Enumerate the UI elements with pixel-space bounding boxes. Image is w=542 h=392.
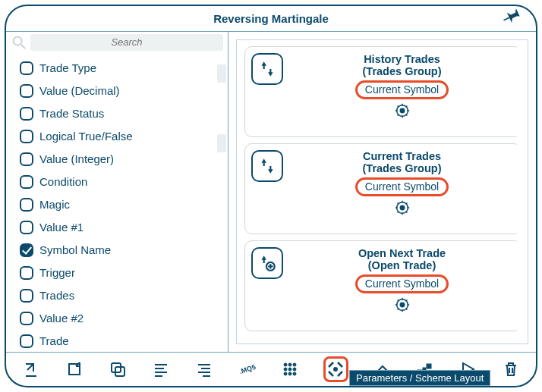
scrollbar-thumb[interactable] — [217, 134, 226, 152]
filter-option[interactable]: Magic — [20, 193, 225, 216]
filter-label: Trade Status — [39, 107, 104, 120]
grid-icon[interactable] — [280, 359, 301, 380]
gear-icon[interactable] — [394, 102, 411, 119]
filter-label: Condition — [39, 175, 87, 188]
align-right-icon[interactable] — [194, 359, 214, 380]
filter-label: Logical True/False — [39, 130, 133, 143]
arrows-icon[interactable] — [251, 53, 283, 85]
sidebar: Trade TypeValue (Decimal)Trade StatusLog… — [6, 32, 228, 352]
align-left-icon[interactable] — [151, 359, 172, 380]
filter-option[interactable]: Symbol Name — [20, 239, 225, 262]
checkbox-icon[interactable] — [20, 334, 33, 348]
filter-label: Trade — [39, 334, 69, 347]
toolbar: .MQ5Parameters / Scheme Layout — [6, 353, 536, 386]
current-symbol-pill[interactable]: Current Symbol — [355, 80, 449, 99]
svg-line-1 — [21, 45, 26, 49]
filter-option[interactable]: Trade Type — [20, 57, 225, 80]
svg-point-10 — [400, 303, 405, 307]
node-title: Open Next Trade — [358, 247, 446, 259]
svg-point-27 — [284, 372, 287, 375]
filter-label: Value (Decimal) — [39, 84, 120, 97]
node-card[interactable]: History Trades(Trades Group)Current Symb… — [244, 46, 522, 137]
filter-option[interactable]: Condition — [20, 171, 225, 193]
filter-label: Trades — [39, 289, 74, 302]
svg-point-29 — [293, 372, 296, 375]
filter-label: Value #1 — [39, 221, 84, 234]
canvas-inner[interactable]: History Trades(Trades Group)Current Symb… — [236, 39, 528, 344]
copy-overlap-icon[interactable] — [108, 359, 128, 380]
svg-point-23 — [293, 363, 296, 366]
svg-point-21 — [284, 363, 287, 366]
filter-option[interactable]: Trade — [20, 330, 225, 352]
search-input[interactable] — [30, 34, 223, 51]
window-title: Reversing Martingale — [213, 12, 329, 25]
node-body: History Trades(Trades Group)Current Symb… — [289, 52, 515, 119]
checkbox-icon[interactable] — [20, 152, 33, 166]
checkbox-icon[interactable] — [20, 130, 33, 143]
arrows-plus-icon[interactable] — [251, 247, 283, 279]
node-card[interactable]: Open Next Trade(Open Trade)Current Symbo… — [244, 240, 522, 331]
filter-option[interactable]: Value (Decimal) — [20, 80, 225, 102]
current-symbol-pill[interactable]: Current Symbol — [355, 274, 449, 293]
checkbox-icon[interactable] — [20, 175, 33, 189]
node-subtitle: (Trades Group) — [363, 162, 442, 174]
gear-icon[interactable] — [394, 296, 411, 313]
svg-point-3 — [400, 108, 405, 113]
svg-point-0 — [14, 37, 22, 45]
trash-icon[interactable] — [500, 359, 521, 380]
checkbox-icon[interactable] — [20, 221, 33, 234]
arrows-icon[interactable] — [251, 150, 283, 182]
node-subtitle: (Open Trade) — [368, 259, 436, 271]
checkbox-icon[interactable] — [20, 84, 33, 98]
checkbox-icon[interactable] — [20, 312, 33, 325]
filter-label: Value #2 — [39, 312, 84, 325]
pin-icon[interactable] — [501, 5, 522, 26]
svg-point-22 — [288, 363, 291, 366]
svg-point-26 — [293, 368, 296, 371]
search-wrap — [6, 32, 228, 57]
node-body: Open Next Trade(Open Trade)Current Symbo… — [289, 246, 515, 313]
svg-rect-33 — [427, 364, 431, 368]
filter-label: Trigger — [39, 266, 75, 279]
checkbox-icon[interactable] — [20, 289, 33, 303]
current-symbol-pill[interactable]: Current Symbol — [355, 177, 449, 196]
filter-label: Symbol Name — [39, 243, 111, 256]
scrollbar-thumb[interactable] — [217, 64, 226, 83]
scrollbar[interactable] — [217, 58, 226, 350]
node-subtitle: (Trades Group) — [363, 65, 442, 77]
filter-option[interactable]: Value #1 — [20, 216, 225, 239]
node-card[interactable]: Current Trades(Trades Group)Current Symb… — [244, 143, 522, 234]
filter-label: Magic — [39, 198, 70, 211]
node-title: History Trades — [364, 53, 440, 65]
filter-label: Trade Type — [39, 61, 96, 74]
export-icon[interactable] — [65, 359, 85, 380]
body: Trade TypeValue (Decimal)Trade StatusLog… — [6, 32, 536, 353]
filter-option[interactable]: Value (Integer) — [20, 148, 225, 171]
filter-option[interactable]: Trades — [20, 284, 225, 307]
svg-point-5 — [400, 205, 405, 210]
layout-icon[interactable] — [323, 356, 348, 382]
filter-option[interactable]: Trigger — [20, 262, 225, 284]
filter-option[interactable]: Trade Status — [20, 102, 225, 125]
search-icon — [11, 34, 27, 51]
checkbox-icon[interactable] — [20, 107, 33, 121]
titlebar: Reversing Martingale — [6, 6, 536, 32]
filter-list: Trade TypeValue (Decimal)Trade StatusLog… — [6, 57, 228, 352]
import-icon[interactable] — [21, 359, 42, 380]
filter-option[interactable]: Value #2 — [20, 307, 225, 330]
checkbox-icon[interactable] — [20, 198, 33, 212]
checkbox-icon[interactable] — [20, 266, 33, 280]
mq5-icon[interactable]: .MQ5 — [237, 359, 257, 380]
checkbox-icon[interactable] — [20, 61, 33, 75]
tooltip: Parameters / Scheme Layout — [349, 370, 490, 386]
canvas: History Trades(Trades Group)Current Symb… — [228, 32, 536, 352]
node-body: Current Trades(Trades Group)Current Symb… — [289, 149, 515, 216]
node-title: Current Trades — [363, 150, 441, 162]
filter-option[interactable]: Logical True/False — [20, 125, 225, 148]
svg-point-28 — [288, 372, 291, 375]
svg-point-25 — [288, 368, 291, 371]
checkbox-icon[interactable] — [20, 243, 33, 257]
filter-label: Value (Integer) — [39, 152, 114, 165]
gear-icon[interactable] — [394, 199, 411, 216]
canvas-scrollbar[interactable] — [517, 40, 528, 343]
